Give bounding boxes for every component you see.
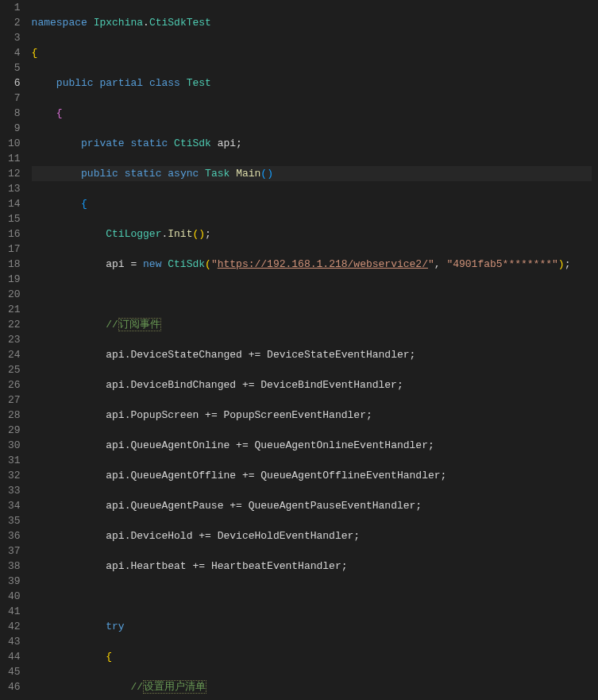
line-number: 1 [8, 0, 21, 15]
line-number: 13 [8, 181, 21, 196]
code-line: api.DeviceHold += DeviceHoldEventHandler… [32, 528, 592, 543]
line-number: 16 [8, 226, 21, 242]
line-number: 30 [8, 438, 21, 453]
line-number: 29 [8, 423, 21, 438]
code-line: api.QueueAgentOnline += QueueAgentOnline… [32, 438, 592, 453]
line-number: 8 [8, 106, 21, 121]
code-line: private static CtiSdk api; [32, 136, 592, 151]
code-line: namespace Ipxchina.CtiSdkTest [32, 15, 592, 30]
line-number: 39 [8, 574, 21, 589]
code-line: { [32, 45, 592, 60]
line-number: 6 [8, 75, 21, 91]
code-line: //订阅事件 [32, 317, 592, 332]
code-line: { [32, 106, 592, 121]
line-number: 4 [8, 45, 21, 60]
line-number: 21 [8, 302, 21, 317]
line-number: 40 [8, 589, 21, 604]
code-line: public partial class Test [32, 75, 592, 91]
line-number: 38 [8, 559, 21, 574]
line-number: 36 [8, 528, 21, 543]
line-number: 32 [8, 468, 21, 483]
code-line [32, 589, 592, 604]
code-line: api.Heartbeat += HeartbeatEventHandler; [32, 559, 592, 574]
line-number: 44 [8, 649, 21, 664]
line-number: 22 [8, 317, 21, 332]
line-number: 9 [8, 121, 21, 136]
line-number: 5 [8, 60, 21, 75]
code-line: //设置用户清单 [32, 679, 592, 694]
line-number: 34 [8, 498, 21, 513]
line-number: 15 [8, 211, 21, 226]
line-number: 31 [8, 453, 21, 468]
line-number: 26 [8, 377, 21, 393]
line-number: 27 [8, 393, 21, 408]
line-number: 3 [8, 30, 21, 45]
code-line: api.DeviceStateChanged += DeviceStateEve… [32, 347, 592, 362]
line-number: 23 [8, 332, 21, 347]
code-line: api = new CtiSdk("https://192.168.1.218/… [32, 257, 592, 272]
line-number: 19 [8, 272, 21, 287]
code-line: api.PopupScreen += PopupScreenEventHandl… [32, 408, 592, 423]
line-number-gutter: 1234567891011121314151617181920212223242… [0, 0, 32, 700]
code-area[interactable]: namespace Ipxchina.CtiSdkTest { public p… [32, 0, 598, 700]
line-number: 28 [8, 408, 21, 423]
line-number: 37 [8, 543, 21, 559]
code-line: try [32, 619, 592, 634]
code-line: { [32, 649, 592, 664]
line-number: 41 [8, 604, 21, 619]
line-number: 33 [8, 483, 21, 498]
line-number: 35 [8, 513, 21, 528]
line-number: 45 [8, 664, 21, 679]
line-number: 24 [8, 347, 21, 362]
line-number: 2 [8, 15, 21, 30]
code-line: api.QueueAgentPause += QueueAgentPauseEv… [32, 498, 592, 513]
code-line: api.QueueAgentOffline += QueueAgentOffli… [32, 468, 592, 483]
line-number: 10 [8, 136, 21, 151]
line-number: 46 [8, 679, 21, 694]
line-number: 20 [8, 287, 21, 302]
line-number: 18 [8, 257, 21, 272]
line-number: 42 [8, 619, 21, 634]
code-line: { [32, 196, 592, 211]
line-number: 12 [8, 166, 21, 181]
line-number: 7 [8, 91, 21, 106]
code-line-active: public static async Task Main() [32, 166, 592, 181]
line-number: 43 [8, 634, 21, 649]
line-number: 11 [8, 151, 21, 166]
code-editor: 1234567891011121314151617181920212223242… [0, 0, 598, 700]
code-line [32, 287, 592, 302]
line-number: 25 [8, 362, 21, 377]
line-number: 14 [8, 196, 21, 211]
code-line: CtiLogger.Init(); [32, 226, 592, 242]
line-number: 17 [8, 242, 21, 257]
code-line: api.DeviceBindChanged += DeviceBindEvent… [32, 377, 592, 393]
